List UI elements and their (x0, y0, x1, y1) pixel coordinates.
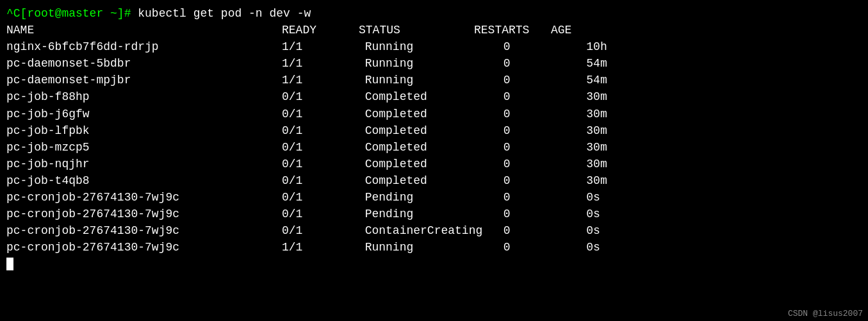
row-status: Completed (365, 122, 504, 139)
row-age: 0s (586, 206, 600, 222)
row-restarts: 0 (504, 139, 587, 156)
row-status: Completed (365, 106, 504, 122)
table-row: pc-job-t4qb8 0/1 Completed 0 30m (6, 172, 862, 189)
row-age: 54m (586, 55, 607, 72)
row-ready: 0/1 (282, 189, 365, 206)
row-ready: 0/1 (282, 206, 365, 222)
watermark: CSDN @lisus2007 (788, 309, 863, 318)
row-ready: 0/1 (282, 122, 365, 139)
table-row: pc-cronjob-27674130-7wj9c 0/1 ContainerC… (6, 222, 862, 239)
row-age: 30m (586, 88, 607, 105)
row-restarts: 0 (504, 156, 587, 172)
header-ready: READY (282, 22, 359, 38)
row-restarts: 0 (504, 189, 587, 206)
row-status: Running (365, 38, 504, 55)
row-restarts: 0 (504, 88, 587, 105)
row-restarts: 0 (504, 239, 587, 256)
row-status: Running (365, 239, 504, 256)
row-status: Completed (365, 88, 504, 105)
row-age: 30m (586, 156, 607, 172)
row-restarts: 0 (504, 55, 587, 72)
row-ready: 0/1 (282, 139, 365, 156)
row-status: Running (365, 72, 504, 88)
row-age: 10h (586, 38, 607, 55)
row-status: ContainerCreating (365, 222, 504, 239)
row-ready: 0/1 (282, 156, 365, 172)
row-name: pc-job-nqjhr (6, 156, 282, 172)
row-name: pc-job-f88hp (6, 88, 282, 105)
table-row: pc-job-nqjhr 0/1 Completed 0 30m (6, 156, 862, 172)
row-age: 0s (586, 189, 600, 206)
row-name: pc-job-mzcp5 (6, 139, 282, 156)
row-name: pc-cronjob-27674130-7wj9c (6, 222, 282, 239)
table-row: pc-daemonset-mpjbr 1/1 Running 0 54m (6, 72, 862, 88)
cursor-line (6, 256, 862, 272)
row-age: 30m (586, 139, 607, 156)
table-row: pc-cronjob-27674130-7wj9c 1/1 Running 0 … (6, 239, 862, 256)
table-row: pc-job-lfpbk 0/1 Completed 0 30m (6, 122, 862, 139)
row-age: 54m (586, 72, 607, 88)
header-row: NAMEREADYSTATUSRESTARTSAGE (6, 24, 571, 37)
row-age: 30m (586, 172, 607, 189)
row-ready: 1/1 (282, 239, 365, 256)
row-ready: 1/1 (282, 72, 365, 88)
row-restarts: 0 (504, 122, 587, 139)
row-age: 30m (586, 122, 607, 139)
row-restarts: 0 (504, 222, 587, 239)
row-name: pc-daemonset-mpjbr (6, 72, 282, 88)
row-name: pc-job-j6gfw (6, 106, 282, 122)
header-age: AGE (551, 22, 571, 38)
rows-container: nginx-6bfcb7f6dd-rdrjp 1/1 Running 0 10h… (6, 38, 862, 272)
row-restarts: 0 (504, 72, 587, 88)
row-restarts: 0 (504, 106, 587, 122)
row-status: Pending (365, 189, 504, 206)
row-ready: 0/1 (282, 106, 365, 122)
header-name: NAME (6, 22, 282, 38)
terminal-content: ^C[root@master ~]# kubectl get pod -n de… (6, 5, 862, 38)
row-ready: 0/1 (282, 88, 365, 105)
table-row: pc-job-j6gfw 0/1 Completed 0 30m (6, 106, 862, 122)
row-age: 0s (586, 222, 600, 239)
row-name: pc-cronjob-27674130-7wj9c (6, 206, 282, 222)
row-name: pc-daemonset-5bdbr (6, 55, 282, 72)
row-status: Running (365, 55, 504, 72)
table-row: nginx-6bfcb7f6dd-rdrjp 1/1 Running 0 10h (6, 38, 862, 55)
row-status: Completed (365, 172, 504, 189)
row-age: 0s (586, 239, 600, 256)
row-ready: 0/1 (282, 222, 365, 239)
row-ready: 1/1 (282, 38, 365, 55)
prompt: ^C[root@master ~]# (6, 7, 138, 20)
table-row: pc-cronjob-27674130-7wj9c 0/1 Pending 0 … (6, 189, 862, 206)
row-restarts: 0 (504, 172, 587, 189)
header-status: STATUS (359, 22, 474, 38)
row-name: pc-cronjob-27674130-7wj9c (6, 189, 282, 206)
row-ready: 1/1 (282, 55, 365, 72)
command: kubectl get pod -n dev -w (138, 7, 311, 20)
header-restarts: RESTARTS (474, 22, 551, 38)
row-status: Pending (365, 206, 504, 222)
row-status: Completed (365, 139, 504, 156)
terminal-window: ^C[root@master ~]# kubectl get pod -n de… (6, 5, 862, 273)
row-age: 30m (586, 106, 607, 122)
row-name: pc-job-t4qb8 (6, 172, 282, 189)
table-row: pc-job-f88hp 0/1 Completed 0 30m (6, 88, 862, 105)
row-restarts: 0 (504, 206, 587, 222)
table-row: pc-daemonset-5bdbr 1/1 Running 0 54m (6, 55, 862, 72)
row-name: pc-job-lfpbk (6, 122, 282, 139)
table-row: pc-cronjob-27674130-7wj9c 0/1 Pending 0 … (6, 206, 862, 222)
table-row: pc-job-mzcp5 0/1 Completed 0 30m (6, 139, 862, 156)
row-status: Completed (365, 156, 504, 172)
row-ready: 0/1 (282, 172, 365, 189)
row-name: pc-cronjob-27674130-7wj9c (6, 239, 282, 256)
row-name: nginx-6bfcb7f6dd-rdrjp (6, 38, 282, 55)
row-restarts: 0 (504, 38, 587, 55)
